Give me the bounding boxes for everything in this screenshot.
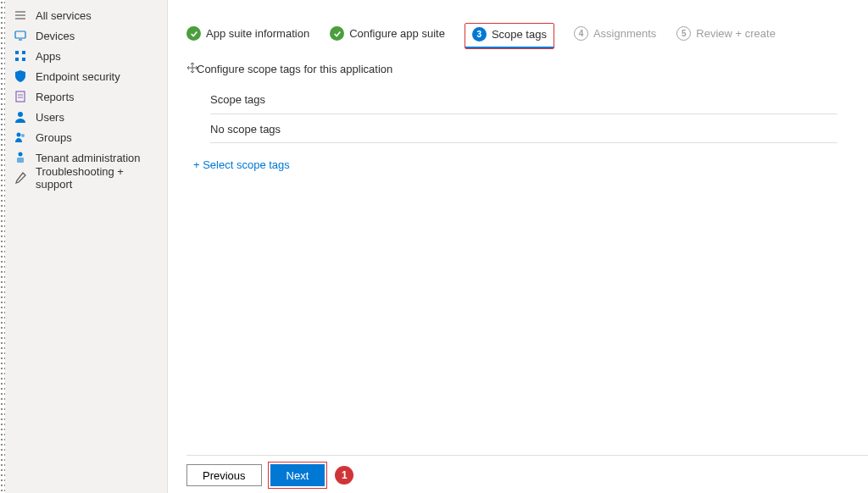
wizard-step-label: Configure app suite — [349, 27, 445, 40]
subheader: Configure scope tags for this applicatio… — [186, 62, 868, 76]
shield-icon — [14, 69, 27, 83]
wizard-step-label: Review + create — [696, 27, 776, 40]
next-button[interactable]: Next — [270, 464, 326, 486]
step-number-icon: 3 — [472, 27, 487, 42]
svg-rect-16 — [17, 158, 24, 163]
sidebar-item-groups[interactable]: Groups — [5, 127, 167, 147]
empty-state-text: No scope tags — [210, 119, 837, 142]
report-icon — [14, 90, 27, 103]
sidebar-item-label: Tenant administration — [36, 152, 141, 164]
previous-button[interactable]: Previous — [186, 464, 262, 486]
sidebar-item-endpoint-security[interactable]: Endpoint security — [5, 66, 167, 86]
section-label: Scope tags — [210, 88, 837, 112]
sidebar-item-troubleshooting[interactable]: Troubleshooting + support — [5, 168, 167, 188]
subheader-text: Configure scope tags for this applicatio… — [197, 63, 392, 75]
svg-rect-8 — [22, 58, 25, 61]
sidebar-item-reports[interactable]: Reports — [5, 86, 167, 107]
svg-rect-5 — [15, 51, 19, 54]
wrench-icon — [14, 171, 27, 185]
divider — [210, 142, 837, 143]
callout-badge: 1 — [335, 466, 353, 485]
svg-rect-6 — [22, 51, 25, 54]
select-scope-tags-link[interactable]: + Select scope tags — [193, 158, 290, 171]
sidebar-item-label: Users — [36, 111, 64, 124]
sidebar-item-label: Endpoint security — [36, 70, 120, 83]
svg-rect-3 — [15, 31, 25, 38]
sidebar-nav: All services Devices Apps Endpoint secur… — [5, 0, 168, 493]
wizard-step-label: App suite information — [206, 27, 309, 40]
svg-rect-9 — [16, 91, 25, 102]
sidebar-item-label: Devices — [36, 30, 75, 42]
sidebar-item-label: Groups — [36, 131, 72, 144]
sidebar-item-apps[interactable]: Apps — [5, 46, 167, 66]
person-icon — [14, 110, 27, 124]
list-icon — [14, 8, 27, 22]
wizard-step-label: Scope tags — [492, 28, 547, 41]
scope-tags-section: Scope tags No scope tags + Select scope … — [210, 88, 837, 171]
main-content: App suite information Configure app suit… — [168, 0, 868, 493]
sidebar-item-label: Apps — [36, 50, 61, 63]
wizard-step-review-create: 5 Review + create — [676, 26, 776, 46]
wizard-steps: App suite information Configure app suit… — [168, 24, 868, 48]
sidebar-item-users[interactable]: Users — [5, 107, 167, 127]
wizard-step-label: Assignments — [593, 27, 656, 40]
wizard-footer: Previous Next 1 — [186, 455, 868, 486]
svg-point-15 — [19, 152, 23, 157]
monitor-icon — [14, 29, 27, 42]
grid-icon — [14, 49, 27, 63]
svg-point-13 — [17, 133, 21, 137]
sidebar-item-label: All services — [36, 9, 92, 22]
svg-rect-7 — [15, 58, 19, 61]
group-icon — [14, 130, 27, 144]
step-number-icon: 4 — [574, 26, 588, 41]
sidebar-item-devices[interactable]: Devices — [5, 25, 167, 46]
sidebar-item-label: Reports — [36, 91, 75, 103]
sidebar-item-all-services[interactable]: All services — [5, 5, 167, 25]
svg-point-12 — [18, 112, 23, 117]
admin-icon — [14, 151, 27, 164]
step-number-icon: 5 — [676, 26, 691, 41]
wizard-step-assignments: 4 Assignments — [574, 26, 656, 46]
wizard-step-scope-tags[interactable]: 3 Scope tags — [465, 24, 554, 48]
sidebar-item-label: Troubleshooting + support — [36, 165, 159, 191]
check-icon — [330, 26, 344, 41]
check-icon — [186, 26, 201, 41]
svg-point-14 — [21, 134, 25, 137]
divider — [210, 114, 837, 114]
wizard-step-app-suite-information[interactable]: App suite information — [186, 26, 309, 46]
wizard-step-configure-app-suite[interactable]: Configure app suite — [330, 26, 445, 46]
